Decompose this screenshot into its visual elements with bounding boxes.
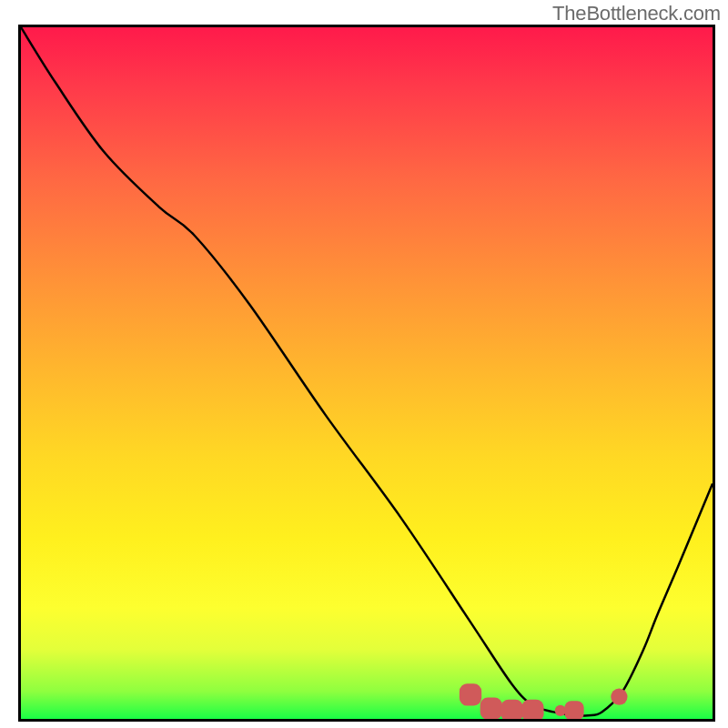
chart-svg [21,27,713,719]
plot-area [18,25,715,722]
marker-dot [611,689,627,705]
marker-square [480,697,502,719]
marker-square [460,683,481,705]
curve-line [21,27,713,716]
curve-markers [460,683,628,719]
marker-dot [555,705,566,716]
bottleneck-curve [21,27,713,716]
marker-square [564,701,583,719]
marker-square [500,700,522,719]
watermark-text: TheBottleneck.com [552,2,721,25]
chart-canvas: TheBottleneck.com [0,0,728,728]
marker-square [521,700,543,719]
